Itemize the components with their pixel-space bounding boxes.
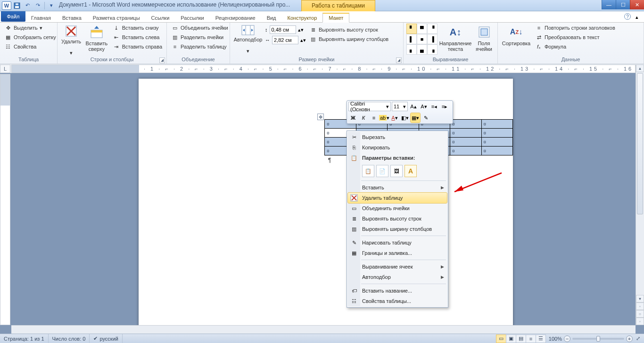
split-cells-button[interactable]: ▥Разделить ячейки (170, 33, 230, 41)
align-mid-center[interactable]: ■ (417, 34, 427, 44)
menu-cut[interactable]: ✂Вырезать (348, 132, 447, 142)
scroll-up-icon[interactable]: ▲ (636, 65, 644, 72)
insert-right-button[interactable]: ⇥Вставить справа (111, 42, 164, 51)
menu-delete-table[interactable]: Удалить таблицу (348, 193, 447, 203)
status-page[interactable]: Страница: 1 из 1 (0, 334, 49, 343)
tab-design[interactable]: Конструктор (282, 14, 323, 22)
split-table-button[interactable]: ≡Разделить таблицу (170, 42, 230, 51)
sort-button[interactable]: AZ↓ Сортировка (501, 24, 532, 55)
redo-icon[interactable]: ↷ (33, 1, 42, 10)
zoom-slider-thumb[interactable] (596, 336, 600, 342)
horizontal-ruler[interactable]: · 1 · ⌐ · 2 · ⌐ · 3 · ⌐ · 4 · ⌐ · 5 · ⌐ … (11, 65, 636, 73)
close-button[interactable]: ✕ (630, 0, 644, 9)
vertical-ruler[interactable] (0, 74, 10, 325)
insert-below-button[interactable]: ⤓Вставить снизу (111, 24, 164, 32)
insert-above-button[interactable]: Вставить сверху (84, 24, 109, 55)
align-top-left[interactable]: ▘ (406, 24, 417, 34)
status-language[interactable]: ✔русский (90, 334, 122, 343)
paste-merge-formatting[interactable]: 📄 (376, 165, 388, 177)
prev-page-icon[interactable]: ◦ (636, 302, 644, 310)
table-move-handle[interactable]: ✥ (317, 114, 324, 120)
formula-button[interactable]: fₓФормула (534, 42, 617, 51)
document-canvas[interactable]: ✥ ¤¤¤¤¤¤ ¤¤¤¤¤¤ ¤¤¤¤¤¤ ¤¤¤¤¤¤ ¶ Calibri … (11, 74, 636, 325)
grow-font-icon[interactable]: A▴ (409, 102, 418, 111)
highlight-icon[interactable]: ab▾ (380, 113, 389, 122)
shrink-font-icon[interactable]: A▾ (419, 102, 429, 111)
tab-review[interactable]: Рецензирование (210, 14, 261, 22)
row-height-field[interactable]: ↕▴▾ (265, 25, 306, 34)
col-width-input[interactable] (272, 36, 298, 44)
paste-picture[interactable]: 🖼 (390, 165, 403, 177)
menu-distribute-cols[interactable]: ▥Выровнять ширину столбцов (348, 224, 447, 234)
align-bot-center[interactable]: ▄ (417, 44, 427, 55)
autofit-button[interactable]: Автоподбор▾ (233, 24, 263, 55)
save-icon[interactable] (12, 1, 22, 10)
minimize-button[interactable]: — (602, 0, 616, 9)
font-size-combo[interactable]: 11▾ (392, 102, 408, 111)
format-painter-icon[interactable]: ✎ (421, 113, 430, 122)
tab-page-layout[interactable]: Разметка страницы (87, 14, 146, 22)
maximize-button[interactable]: ☐ (616, 0, 630, 9)
vertical-scrollbar[interactable]: ▲ ▼ ◦ ○ ◦ (636, 65, 644, 325)
menu-distribute-rows[interactable]: ≣Выровнять высоту строк (348, 213, 447, 224)
word-app-icon[interactable]: W (2, 1, 11, 10)
align-mid-right[interactable]: ▐ (427, 34, 438, 44)
spinner-icon[interactable]: ▴▾ (300, 37, 306, 43)
text-direction-button[interactable]: A↕ Направление текста (439, 24, 471, 55)
align-top-right[interactable]: ▝ (427, 24, 438, 34)
col-width-field[interactable]: ↔▴▾ (265, 36, 306, 44)
zoom-fit-icon[interactable]: ⤢ (635, 335, 641, 342)
align-bot-left[interactable]: ▖ (406, 44, 417, 55)
increase-indent-icon[interactable]: ≡▸ (440, 102, 449, 111)
menu-merge-cells[interactable]: ▭Объединить ячейки (348, 203, 447, 213)
align-mid-left[interactable]: ▌ (406, 34, 417, 44)
ribbon-minimize-icon[interactable]: ▴ (636, 14, 640, 19)
next-page-icon[interactable]: ◦ (636, 318, 644, 325)
zoom-in-button[interactable]: + (626, 335, 633, 342)
undo-icon[interactable]: ↶ (23, 1, 32, 10)
qat-customize-icon[interactable]: ▾ (47, 1, 56, 10)
tab-insert[interactable]: Вставка (57, 14, 87, 22)
menu-copy[interactable]: ⎘Копировать (348, 142, 447, 153)
menu-autofit[interactable]: Автоподбор▶ (348, 272, 447, 282)
menu-borders-shading[interactable]: ▦Границы и заливка... (348, 248, 447, 258)
menu-cell-alignment[interactable]: Выравнивание ячеек▶ (348, 261, 447, 272)
font-color-icon[interactable]: A▾ (390, 113, 399, 122)
distribute-cols-button[interactable]: ▥Выровнять ширину столбцов (308, 35, 390, 43)
dialog-launcher-icon[interactable]: ◢ (159, 57, 165, 63)
tab-references[interactable]: Ссылки (146, 14, 175, 22)
scroll-thumb[interactable] (637, 73, 643, 214)
file-tab[interactable]: Файл (1, 11, 25, 22)
spinner-icon[interactable]: ▴▾ (298, 27, 304, 33)
view-print-layout[interactable]: ▭ (496, 335, 506, 343)
zoom-out-button[interactable]: − (564, 335, 570, 342)
view-web-layout[interactable]: ▤ (516, 335, 526, 343)
row-height-input[interactable] (270, 25, 296, 34)
align-bot-right[interactable]: ▗ (427, 44, 438, 55)
tab-layout[interactable]: Макет (322, 13, 349, 23)
convert-to-text-button[interactable]: ⇄Преобразовать в текст (534, 33, 617, 41)
bold-icon[interactable]: Ж (348, 113, 358, 122)
shading-icon[interactable]: ◧▾ (400, 113, 410, 122)
status-word-count[interactable]: Число слов: 0 (49, 334, 90, 343)
align-center-icon[interactable]: ≡ (369, 113, 379, 122)
font-combo[interactable]: Calibri (Основн▾ (348, 102, 391, 111)
menu-insert[interactable]: Вставить▶ (348, 182, 447, 193)
decrease-indent-icon[interactable]: ≡◂ (429, 102, 439, 111)
tab-view[interactable]: Вид (261, 14, 282, 22)
view-full-screen[interactable]: ▣ (506, 335, 516, 343)
paste-text-only[interactable]: A (405, 165, 417, 177)
cell-margins-button[interactable]: Поля ячейки (473, 24, 495, 55)
distribute-rows-button[interactable]: ≣Выровнять высоту строк (308, 25, 390, 34)
repeat-header-button[interactable]: ≡Повторить строки заголовков (534, 24, 617, 32)
menu-table-properties[interactable]: ☷Свойства таблицы... (348, 296, 447, 306)
horizontal-scrollbar[interactable] (11, 325, 636, 334)
properties-button[interactable]: ☷Свойства (3, 42, 58, 51)
tab-home[interactable]: Главная (25, 14, 57, 22)
tab-mailings[interactable]: Рассылки (175, 14, 209, 22)
zoom-level[interactable]: 100% (549, 336, 562, 342)
borders-icon[interactable]: ▦▾ (411, 113, 420, 122)
select-button[interactable]: ✥Выделить ▾ (3, 24, 58, 32)
dialog-launcher-icon[interactable]: ◢ (396, 57, 402, 63)
view-outline[interactable]: ≡ (526, 335, 536, 343)
